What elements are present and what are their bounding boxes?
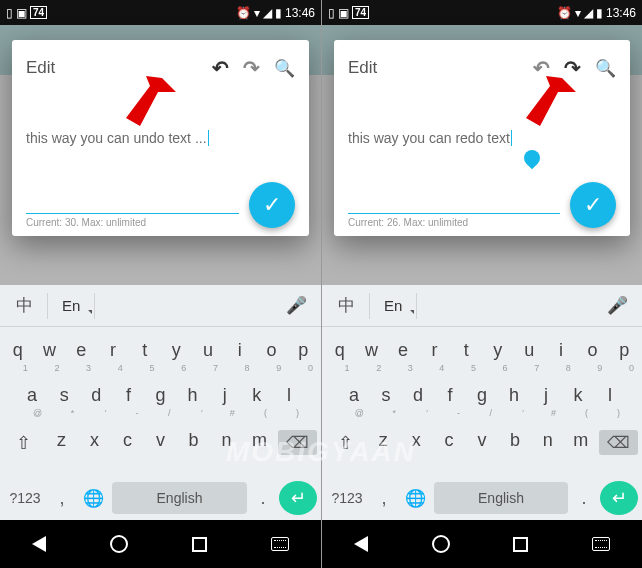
key-c[interactable]: c: [433, 421, 466, 468]
key-y[interactable]: y6: [161, 331, 193, 374]
key-j[interactable]: j#: [209, 376, 241, 419]
kb-row-2: a@s*d′f-g/h′j#k(l): [324, 376, 640, 419]
key-d[interactable]: d′: [402, 376, 434, 419]
key-d[interactable]: d′: [80, 376, 112, 419]
shift-key[interactable]: ⇧: [2, 421, 45, 468]
globe-icon[interactable]: 🌐: [400, 488, 430, 509]
search-icon[interactable]: 🔍: [595, 58, 616, 79]
key-z[interactable]: z: [367, 421, 400, 468]
text-handle[interactable]: [521, 147, 544, 170]
char-counter: Current: 26. Max: unlimited: [348, 217, 560, 228]
key-l[interactable]: l): [273, 376, 305, 419]
key-p[interactable]: p0: [608, 331, 640, 374]
svg-marker-0: [126, 76, 176, 126]
key-g[interactable]: g/: [144, 376, 176, 419]
symbols-key[interactable]: ?123: [4, 490, 46, 506]
lang-chinese-button[interactable]: 中: [328, 290, 365, 321]
enter-key[interactable]: ↵: [600, 481, 638, 515]
recents-button[interactable]: [192, 537, 207, 552]
key-s[interactable]: s*: [370, 376, 402, 419]
confirm-button[interactable]: ✓: [249, 182, 295, 228]
battery-percent-icon: 74: [352, 6, 369, 19]
key-h[interactable]: h′: [498, 376, 530, 419]
comma-key[interactable]: ,: [50, 488, 74, 509]
back-button[interactable]: [32, 536, 46, 552]
key-z[interactable]: z: [45, 421, 78, 468]
key-v[interactable]: v: [144, 421, 177, 468]
mic-icon[interactable]: 🎤: [278, 291, 315, 320]
lang-chinese-button[interactable]: 中: [6, 290, 43, 321]
key-j[interactable]: j#: [530, 376, 562, 419]
key-x[interactable]: x: [78, 421, 111, 468]
key-p[interactable]: p0: [287, 331, 319, 374]
undo-icon[interactable]: ↶: [212, 58, 229, 78]
space-key[interactable]: English: [112, 482, 247, 514]
keyboard-switch-icon[interactable]: [271, 537, 289, 551]
lang-english-button[interactable]: En: [52, 293, 90, 318]
key-f[interactable]: f-: [434, 376, 466, 419]
key-c[interactable]: c: [111, 421, 144, 468]
search-icon[interactable]: 🔍: [274, 58, 295, 79]
recents-button[interactable]: [513, 537, 528, 552]
keyboard-switch-icon[interactable]: [592, 537, 610, 551]
signal-icon: ◢: [584, 6, 593, 20]
wifi-icon: ▾: [575, 6, 581, 20]
back-button[interactable]: [354, 536, 368, 552]
key-t[interactable]: t5: [450, 331, 482, 374]
key-x[interactable]: x: [400, 421, 433, 468]
key-y[interactable]: y6: [482, 331, 514, 374]
key-w[interactable]: w2: [356, 331, 388, 374]
key-n[interactable]: n: [210, 421, 243, 468]
backspace-key[interactable]: ⌫: [276, 421, 319, 468]
key-a[interactable]: a@: [338, 376, 370, 419]
key-m[interactable]: m: [243, 421, 276, 468]
key-e[interactable]: e3: [65, 331, 97, 374]
space-key[interactable]: English: [434, 482, 568, 514]
key-q[interactable]: q1: [324, 331, 356, 374]
alarm-icon: ⏰: [236, 6, 251, 20]
home-button[interactable]: [432, 535, 450, 553]
key-k[interactable]: k(: [241, 376, 273, 419]
key-o[interactable]: o9: [577, 331, 609, 374]
tutorial-arrow: [510, 72, 580, 142]
key-v[interactable]: v: [466, 421, 499, 468]
key-s[interactable]: s*: [48, 376, 80, 419]
key-b[interactable]: b: [177, 421, 210, 468]
key-r[interactable]: r4: [97, 331, 129, 374]
symbols-key[interactable]: ?123: [326, 490, 368, 506]
redo-icon[interactable]: ↷: [243, 58, 260, 78]
enter-key[interactable]: ↵: [279, 481, 317, 515]
key-q[interactable]: q1: [2, 331, 34, 374]
key-h[interactable]: h′: [177, 376, 209, 419]
backspace-key[interactable]: ⌫: [597, 421, 640, 468]
key-f[interactable]: f-: [112, 376, 144, 419]
wifi-icon: ▾: [254, 6, 260, 20]
globe-icon[interactable]: 🌐: [78, 488, 108, 509]
key-o[interactable]: o9: [256, 331, 288, 374]
key-r[interactable]: r4: [419, 331, 451, 374]
key-i[interactable]: i8: [545, 331, 577, 374]
key-u[interactable]: u7: [514, 331, 546, 374]
key-g[interactable]: g/: [466, 376, 498, 419]
signal-icon: ◢: [263, 6, 272, 20]
key-u[interactable]: u7: [192, 331, 224, 374]
key-m[interactable]: m: [564, 421, 597, 468]
shift-key[interactable]: ⇧: [324, 421, 367, 468]
key-k[interactable]: k(: [562, 376, 594, 419]
key-n[interactable]: n: [531, 421, 564, 468]
key-a[interactable]: a@: [16, 376, 48, 419]
key-t[interactable]: t5: [129, 331, 161, 374]
key-l[interactable]: l): [594, 376, 626, 419]
period-key[interactable]: .: [251, 488, 275, 509]
clock-text: 13:46: [285, 6, 315, 20]
key-w[interactable]: w2: [34, 331, 66, 374]
period-key[interactable]: .: [572, 488, 596, 509]
comma-key[interactable]: ,: [372, 488, 396, 509]
home-button[interactable]: [110, 535, 128, 553]
lang-english-button[interactable]: En: [374, 293, 412, 318]
key-b[interactable]: b: [498, 421, 531, 468]
mic-icon[interactable]: 🎤: [599, 291, 636, 320]
key-e[interactable]: e3: [387, 331, 419, 374]
key-i[interactable]: i8: [224, 331, 256, 374]
confirm-button[interactable]: ✓: [570, 182, 616, 228]
